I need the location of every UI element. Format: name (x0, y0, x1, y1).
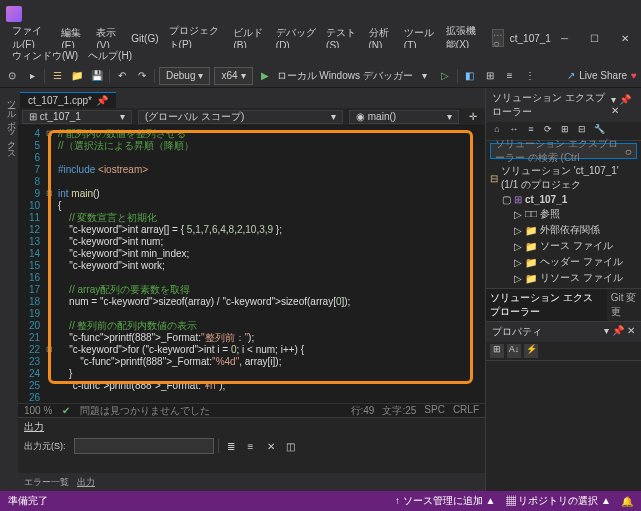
solution-tree[interactable]: ⊟ソリューション 'ct_107_1' (1/1 のプロジェク ▢⊞ct_107… (486, 161, 641, 288)
output-tool1-icon[interactable]: ≣ (223, 438, 239, 454)
git-tab[interactable]: Git 変更 (607, 289, 641, 321)
refresh-icon[interactable]: ⟳ (541, 124, 555, 138)
zoom-level[interactable]: 100 % (24, 405, 52, 416)
close-icon[interactable]: ✕ (617, 31, 633, 46)
fold-column[interactable]: ⊟⊟⊟⊟⊟⊟⊟ (44, 128, 54, 403)
collapse-icon[interactable]: ↔ (507, 124, 521, 138)
dropdown-icon[interactable]: ▾ (417, 68, 433, 84)
liveshare-label[interactable]: Live Share (579, 70, 627, 81)
line-gutter: 4567891011121314151617181920212223242526… (18, 128, 44, 403)
pin-icon[interactable]: ▾ 📌 (611, 94, 631, 105)
notif-icon[interactable]: 🔔 (621, 496, 633, 507)
status-bar: 準備完了 ↑ ソース管理に追加 ▲ ▦ リポジトリの選択 ▲ 🔔 (0, 491, 641, 511)
function-context[interactable]: ◉ main()▾ (349, 110, 459, 124)
prop-cat-icon[interactable]: ⊞ (490, 344, 504, 358)
menu-window[interactable]: ウィンドウ(W) (8, 47, 82, 65)
editor-pane: ct_107_1.cpp* 📌 ⊞ ct_107_1▾ (グローバル スコープ)… (18, 88, 485, 491)
maximize-icon[interactable]: ☐ (586, 31, 603, 46)
ready-label: 準備完了 (8, 494, 48, 508)
properties-icon[interactable]: ⊟ (575, 124, 589, 138)
crlf-label[interactable]: CRLF (453, 404, 479, 418)
liveshare-icon[interactable]: ↗ (567, 70, 575, 81)
output-tool3-icon[interactable]: ✕ (263, 438, 279, 454)
home-icon[interactable]: ⌂ (490, 124, 504, 138)
window-title: ct_107_1 (506, 31, 555, 46)
properties-title: プロパティ (492, 325, 542, 339)
tool2-icon[interactable]: ⊞ (482, 68, 498, 84)
code-text[interactable]: // 配列内の数値を整列させる//（選択法による昇順（降順） #include … (54, 128, 485, 403)
pin2-icon[interactable]: ▾ 📌 (604, 325, 624, 336)
issues-label: 問題は見つかりませんでした (80, 404, 210, 418)
output-tool4-icon[interactable]: ◫ (283, 438, 299, 454)
menu-bar: ファイル(F) 編集(E) 表示(V) Git(G) プロジェクト(P) ビルド… (0, 28, 641, 48)
sln-tab[interactable]: ソリューション エクスプローラー (486, 289, 607, 321)
project-node[interactable]: ▢⊞ct_107_1 (490, 193, 637, 206)
solution-node[interactable]: ⊟ソリューション 'ct_107_1' (1/1 のプロジェク (490, 163, 637, 193)
col-label: 文字:25 (382, 404, 416, 418)
close2-icon[interactable]: ✕ (627, 325, 635, 336)
split-icon[interactable]: ✛ (465, 109, 481, 125)
vs-logo-icon (6, 6, 22, 22)
prop-events-icon[interactable]: ⚡ (524, 344, 538, 358)
properties-panel: プロパティ ▾ 📌 ✕ ⊞ A↓ ⚡ (486, 321, 641, 491)
document-tab[interactable]: ct_107_1.cpp* 📌 (20, 92, 116, 108)
output-panel: 出力 出力元(S): ≣ ≡ ✕ ◫ (18, 417, 485, 473)
play-icon[interactable]: ▶ (257, 68, 273, 84)
solution-search[interactable]: ソリューション エクスプローラー の検索 (Ctrlᴑ (490, 143, 637, 159)
hdr-node[interactable]: ▷📁ヘッダー ファイル (490, 254, 637, 270)
scope-context[interactable]: (グローバル スコープ)▾ (138, 110, 343, 124)
save-icon[interactable]: 💾 (89, 68, 105, 84)
showall-icon[interactable]: ⊞ (558, 124, 572, 138)
solution-header: ソリューション エクスプローラー ▾ 📌 ✕ (486, 88, 641, 122)
tool3-icon[interactable]: ≡ (502, 68, 518, 84)
window-controls: ─ ☐ ✕ (557, 31, 633, 46)
editor-status: 100 % ✔ 問題は見つかりませんでした 行:49 文字:25 SPC CRL… (18, 403, 485, 417)
repo-button[interactable]: ▦ リポジトリの選択 ▲ (506, 494, 611, 508)
main-area: ツールボックス ct_107_1.cpp* 📌 ⊞ ct_107_1▾ (グロー… (0, 88, 641, 491)
search-box[interactable]: …ᴑ (492, 29, 504, 47)
pin-icon[interactable]: 📌 (96, 95, 108, 106)
errors-tab[interactable]: エラー一覧 (24, 476, 69, 489)
src-node[interactable]: ▷📁ソース ファイル (490, 238, 637, 254)
project-context[interactable]: ⊞ ct_107_1▾ (22, 110, 132, 124)
redo-icon[interactable]: ↷ (134, 68, 150, 84)
open-icon[interactable]: 📁 (69, 68, 85, 84)
document-tabs: ct_107_1.cpp* 📌 (18, 88, 485, 108)
output-title: 出力 (18, 418, 485, 436)
source-control-button[interactable]: ↑ ソース管理に追加 ▲ (395, 494, 495, 508)
brush-icon[interactable]: ≡ (524, 124, 538, 138)
output-tab[interactable]: 出力 (77, 476, 95, 489)
minimize-icon[interactable]: ─ (557, 31, 572, 46)
output-source-combo[interactable] (74, 438, 214, 454)
config-combo[interactable]: Debug▾ (159, 67, 210, 85)
nav-fwd-icon[interactable]: ▸ (24, 68, 40, 84)
bottom-tabs: エラー一覧 出力 (18, 473, 485, 491)
feedback-icon[interactable]: ♥ (631, 70, 637, 81)
solution-panel-tabs: ソリューション エクスプローラー Git 変更 (486, 288, 641, 321)
wrench-icon[interactable]: 🔧 (592, 124, 606, 138)
menu-bar-2: ウィンドウ(W) ヘルプ(H) (0, 48, 641, 64)
new-icon[interactable]: ☰ (49, 68, 65, 84)
line-label: 行:49 (351, 404, 375, 418)
play2-icon[interactable]: ▷ (437, 68, 453, 84)
platform-combo[interactable]: x64▾ (214, 67, 252, 85)
code-editor[interactable]: 4567891011121314151617181920212223242526… (18, 126, 485, 403)
extdeps-node[interactable]: ▷📁外部依存関係 (490, 222, 637, 238)
solution-explorer: ソリューション エクスプローラー ▾ 📌 ✕ ⌂ ↔ ≡ ⟳ ⊞ ⊟ 🔧 ソリュ… (485, 88, 641, 491)
nav-back-icon[interactable]: ⊙ (4, 68, 20, 84)
output-tool2-icon[interactable]: ≡ (243, 438, 259, 454)
menu-git[interactable]: Git(G) (127, 31, 162, 46)
spc-label[interactable]: SPC (424, 404, 445, 418)
context-bar: ⊞ ct_107_1▾ (グローバル スコープ)▾ ◉ main()▾ ✛ (18, 108, 485, 126)
output-source-label: 出力元(S): (24, 440, 66, 453)
refs-node[interactable]: ▷□□ 参照 (490, 206, 637, 222)
tool4-icon[interactable]: ⋮ (522, 68, 538, 84)
toolbox-tab[interactable]: ツールボックス (0, 88, 18, 491)
undo-icon[interactable]: ↶ (114, 68, 130, 84)
tool1-icon[interactable]: ◧ (462, 68, 478, 84)
res-node[interactable]: ▷📁リソース ファイル (490, 270, 637, 286)
run-button[interactable]: ローカル Windows デバッガー (277, 69, 413, 83)
prop-az-icon[interactable]: A↓ (507, 344, 521, 358)
panel-close-icon[interactable]: ✕ (611, 105, 619, 116)
menu-help[interactable]: ヘルプ(H) (84, 47, 136, 65)
